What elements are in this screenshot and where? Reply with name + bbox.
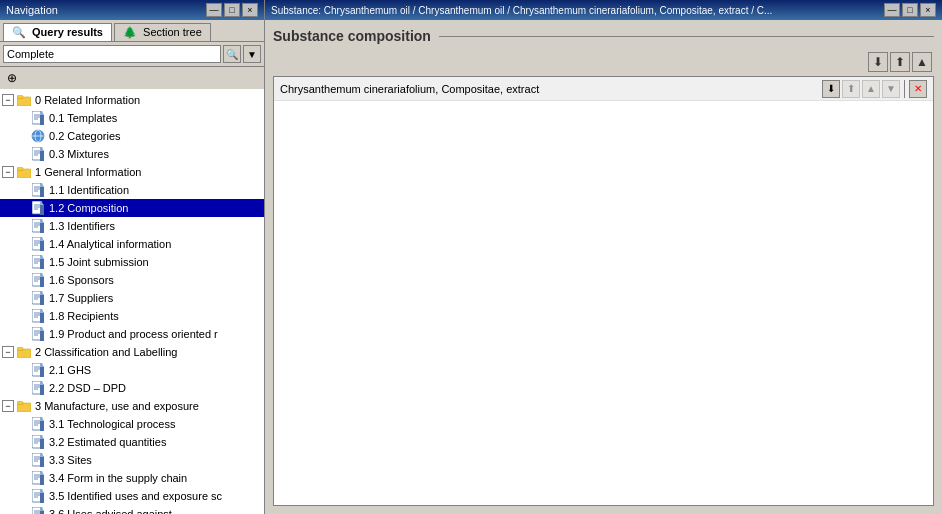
maximize-btn-left[interactable]: □: [224, 3, 240, 17]
right-panel-title-bar: Substance: Chrysanthemum oil / Chrysanth…: [265, 0, 942, 20]
tree-container: − 0 Related Information 0.1 Templates 0.…: [0, 89, 264, 514]
item-label-related-info: 0 Related Information: [35, 94, 140, 106]
item-icon-composition: [30, 200, 46, 216]
maximize-btn-right[interactable]: □: [902, 3, 918, 17]
item-label-analytical: 1.4 Analytical information: [49, 238, 171, 250]
item-icon-ghs: [30, 362, 46, 378]
row-action-move-down: ▼: [882, 80, 900, 98]
item-label-uses-advised: 3.6 Uses advised against: [49, 508, 172, 514]
tree-item-manufacture[interactable]: − 3 Manufacture, use and exposure: [0, 397, 264, 415]
item-icon-general-info: [16, 164, 32, 180]
grid-top-toolbar: ⬇ ⬆ ▲: [273, 50, 934, 74]
tree-item-joint[interactable]: 1.5 Joint submission: [0, 253, 264, 271]
expand-icon-manufacture[interactable]: −: [2, 400, 14, 412]
item-icon-recipients: [30, 308, 46, 324]
tree-item-categories[interactable]: 0.2 Categories: [0, 127, 264, 145]
expand-icon-general-info[interactable]: −: [2, 166, 14, 178]
tree-scroll-area[interactable]: − 0 Related Information 0.1 Templates 0.…: [0, 89, 264, 514]
add-icon[interactable]: ⊕: [3, 69, 21, 87]
query-tab-icon: 🔍: [12, 26, 26, 38]
item-icon-identifiers: [30, 218, 46, 234]
item-icon-dsd: [30, 380, 46, 396]
item-label-estimated: 3.2 Estimated quantities: [49, 436, 166, 448]
section-header: Substance composition: [273, 28, 934, 44]
tree-item-related-info[interactable]: − 0 Related Information: [0, 91, 264, 109]
row-action-down[interactable]: ⬇: [822, 80, 840, 98]
tree-item-identification[interactable]: 1.1 Identification: [0, 181, 264, 199]
item-icon-related-info: [16, 92, 32, 108]
tree-item-ghs[interactable]: 2.1 GHS: [0, 361, 264, 379]
tree-item-dsd[interactable]: 2.2 DSD – DPD: [0, 379, 264, 397]
item-label-general-info: 1 General Information: [35, 166, 141, 178]
tree-item-sponsors[interactable]: 1.6 Sponsors: [0, 271, 264, 289]
item-label-composition: 1.2 Composition: [49, 202, 129, 214]
item-label-form-supply: 3.4 Form in the supply chain: [49, 472, 187, 484]
search-input[interactable]: [3, 45, 221, 63]
tree-item-recipients[interactable]: 1.8 Recipients: [0, 307, 264, 325]
tree-item-general-info[interactable]: − 1 General Information: [0, 163, 264, 181]
tree-item-classification[interactable]: − 2 Classification and Labelling: [0, 343, 264, 361]
svg-rect-1: [17, 96, 23, 99]
tree-item-composition[interactable]: 1.2 Composition: [0, 199, 264, 217]
scroll-down-btn[interactable]: ▼: [243, 45, 261, 63]
tab-section-tree[interactable]: 🌲 Section tree: [114, 23, 211, 41]
section-tab-icon: 🌲: [123, 26, 137, 38]
query-tab-label: Query results: [32, 26, 103, 38]
tree-item-mixtures[interactable]: 0.3 Mixtures: [0, 145, 264, 163]
svg-rect-74: [17, 348, 23, 351]
tree-item-suppliers[interactable]: 1.7 Suppliers: [0, 289, 264, 307]
tree-item-identified[interactable]: 3.5 Identified uses and exposure sc: [0, 487, 264, 505]
item-icon-templates: [30, 110, 46, 126]
item-label-classification: 2 Classification and Labelling: [35, 346, 177, 358]
tree-item-identifiers[interactable]: 1.3 Identifiers: [0, 217, 264, 235]
search-button[interactable]: 🔍: [223, 45, 241, 63]
item-label-manufacture: 3 Manufacture, use and exposure: [35, 400, 199, 412]
item-icon-form-supply: [30, 470, 46, 486]
item-icon-classification: [16, 344, 32, 360]
tree-item-form-supply[interactable]: 3.4 Form in the supply chain: [0, 469, 264, 487]
item-label-suppliers: 1.7 Suppliers: [49, 292, 113, 304]
item-label-dsd: 2.2 DSD – DPD: [49, 382, 126, 394]
tree-item-templates[interactable]: 0.1 Templates: [0, 109, 264, 127]
item-icon-uses-advised: [30, 506, 46, 514]
close-btn-left[interactable]: ×: [242, 3, 258, 17]
minimize-btn-right[interactable]: —: [884, 3, 900, 17]
tree-item-estimated[interactable]: 3.2 Estimated quantities: [0, 433, 264, 451]
tree-item-uses-advised[interactable]: 3.6 Uses advised against: [0, 505, 264, 514]
toolbar-btn-down[interactable]: ⬇: [868, 52, 888, 72]
item-icon-suppliers: [30, 290, 46, 306]
minimize-btn-left[interactable]: —: [206, 3, 222, 17]
close-btn-right[interactable]: ×: [920, 3, 936, 17]
item-label-joint: 1.5 Joint submission: [49, 256, 149, 268]
row-label: Chrysanthemum cinerariafolium, Composita…: [280, 83, 822, 95]
data-grid: Chrysanthemum cinerariafolium, Composita…: [273, 76, 934, 506]
tree-item-sites[interactable]: 3.3 Sites: [0, 451, 264, 469]
section-title: Substance composition: [273, 28, 431, 44]
item-label-technological: 3.1 Technological process: [49, 418, 175, 430]
tree-item-product[interactable]: 1.9 Product and process oriented r: [0, 325, 264, 343]
expand-icon-classification[interactable]: −: [2, 346, 14, 358]
section-divider: [439, 36, 934, 37]
toolbar-btn-sort[interactable]: ▲: [912, 52, 932, 72]
expand-icon-related-info[interactable]: −: [2, 94, 14, 106]
item-label-mixtures: 0.3 Mixtures: [49, 148, 109, 160]
item-label-sponsors: 1.6 Sponsors: [49, 274, 114, 286]
toolbar-btn-up[interactable]: ⬆: [890, 52, 910, 72]
search-bar: 🔍 ▼: [0, 42, 264, 67]
row-action-delete[interactable]: ✕: [909, 80, 927, 98]
tab-query-results[interactable]: 🔍 Query results: [3, 23, 112, 41]
item-label-sites: 3.3 Sites: [49, 454, 92, 466]
item-icon-sites: [30, 452, 46, 468]
tree-item-technological[interactable]: 3.1 Technological process: [0, 415, 264, 433]
section-tab-label: Section tree: [143, 26, 202, 38]
item-label-product: 1.9 Product and process oriented r: [49, 328, 218, 340]
item-label-identified: 3.5 Identified uses and exposure sc: [49, 490, 222, 502]
svg-rect-88: [17, 402, 23, 405]
item-icon-manufacture: [16, 398, 32, 414]
left-panel-title-bar: Navigation — □ ×: [0, 0, 264, 20]
item-label-templates: 0.1 Templates: [49, 112, 117, 124]
table-row[interactable]: Chrysanthemum cinerariafolium, Composita…: [274, 77, 933, 101]
item-label-ghs: 2.1 GHS: [49, 364, 91, 376]
item-icon-identification: [30, 182, 46, 198]
tree-item-analytical[interactable]: 1.4 Analytical information: [0, 235, 264, 253]
